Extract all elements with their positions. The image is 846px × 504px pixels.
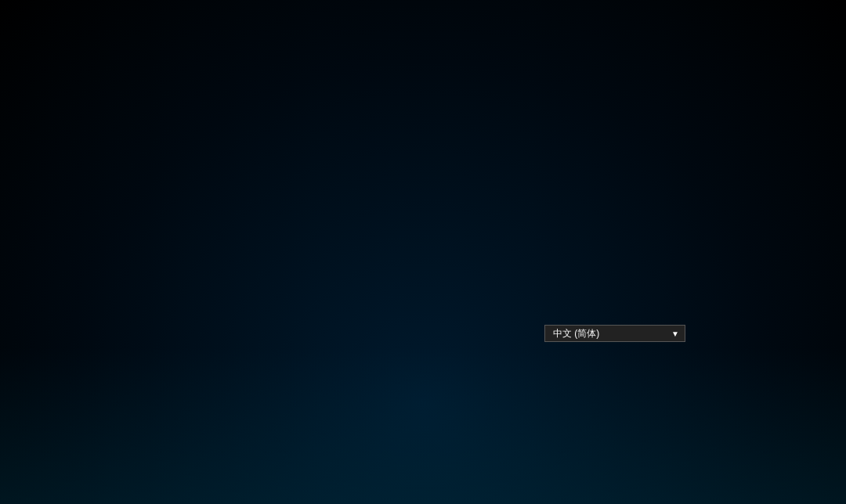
language-select[interactable]: 中文 (简体) English 日本語 한국어 bbox=[544, 325, 685, 342]
language-dropdown-wrapper[interactable]: 中文 (简体) English 日本語 한국어 ▼ bbox=[544, 325, 685, 342]
